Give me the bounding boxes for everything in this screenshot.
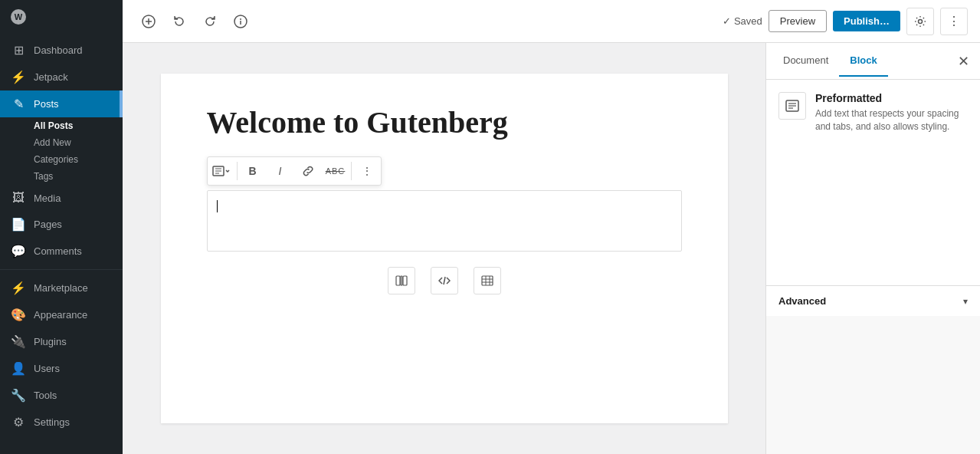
block-info-text: Preformatted Add text that respects your… (815, 92, 968, 133)
insert-table-button[interactable] (474, 267, 501, 294)
panel-tabs: Document Block ✕ (766, 43, 980, 80)
settings-gear-button[interactable] (906, 8, 934, 35)
sidebar-item-label: Jetpack (34, 71, 68, 83)
settings-icon: ⚙ (11, 415, 26, 429)
svg-rect-13 (403, 276, 407, 285)
sidebar: W ⊞ Dashboard ⚡ Jetpack ✎ Posts All Post… (0, 0, 123, 454)
advanced-section-title: Advanced (778, 295, 826, 307)
advanced-section: Advanced ▾ (766, 285, 980, 316)
tools-icon: 🔧 (11, 388, 26, 403)
panel-close-button[interactable]: ✕ (952, 51, 974, 72)
sidebar-item-settings[interactable]: ⚙ Settings (0, 409, 123, 436)
panel-body-empty (766, 316, 980, 454)
sidebar-item-appearance[interactable]: 🎨 Appearance (0, 301, 123, 328)
marketplace-icon: ⚡ (11, 281, 26, 295)
jetpack-icon: ⚡ (11, 70, 26, 84)
svg-rect-15 (482, 276, 493, 285)
advanced-section-header[interactable]: Advanced ▾ (766, 295, 980, 307)
block-toolbar: B I ABC ⋮ (207, 156, 382, 186)
block-type-title: Preformatted (815, 92, 968, 104)
link-button[interactable] (294, 157, 322, 185)
sidebar-item-label: Tools (34, 390, 57, 401)
sidebar-item-posts[interactable]: ✎ Posts (0, 90, 123, 117)
more-icon: ⋮ (948, 14, 960, 28)
sidebar-item-label: Comments (34, 245, 82, 257)
sidebar-nav: ⊞ Dashboard ⚡ Jetpack ✎ Posts All Posts … (0, 37, 123, 436)
sidebar-item-comments[interactable]: 💬 Comments (0, 238, 123, 265)
insert-code-button[interactable] (431, 267, 458, 294)
sidebar-item-label: Plugins (34, 336, 67, 347)
publish-button[interactable]: Publish… (833, 11, 900, 31)
sidebar-item-label: Appearance (34, 309, 87, 321)
sidebar-item-dashboard[interactable]: ⊞ Dashboard (0, 37, 123, 64)
block-text-input[interactable] (207, 190, 682, 252)
editor-toolbar: ✓ Saved Preview Publish… ⋮ (123, 0, 980, 43)
sidebar-item-label: Media (34, 192, 61, 204)
block-type-button[interactable] (208, 157, 235, 185)
more-block-options-button[interactable]: ⋮ (353, 157, 381, 185)
undo-button[interactable] (166, 8, 193, 35)
bold-button[interactable]: B (239, 157, 267, 185)
block-info: Preformatted Add text that respects your… (778, 92, 968, 133)
svg-rect-12 (401, 276, 402, 285)
sidebar-item-label: Settings (34, 416, 70, 428)
italic-button[interactable]: I (267, 157, 294, 185)
chevron-down-icon: ▾ (963, 296, 968, 307)
sidebar-item-users[interactable]: 👤 Users (0, 355, 123, 382)
sidebar-subitem-all-posts[interactable]: All Posts (0, 117, 123, 134)
sidebar-item-label: Marketplace (34, 282, 88, 294)
sidebar-item-tools[interactable]: 🔧 Tools (0, 382, 123, 409)
main-area: ✓ Saved Preview Publish… ⋮ (123, 0, 980, 454)
close-icon: ✕ (958, 53, 969, 70)
redo-button[interactable] (196, 8, 224, 35)
svg-rect-11 (396, 276, 400, 285)
preview-button[interactable]: Preview (769, 10, 827, 32)
post-title[interactable]: Welcome to Gutenberg (207, 104, 682, 141)
dashboard-icon: ⊞ (11, 43, 26, 58)
editor-area[interactable]: Welcome to Gutenberg B I (123, 43, 765, 454)
svg-point-6 (919, 19, 923, 23)
check-icon: ✓ (723, 15, 731, 27)
posts-icon: ✎ (11, 97, 26, 111)
sidebar-item-jetpack[interactable]: ⚡ Jetpack (0, 64, 123, 90)
sidebar-item-label: Users (34, 363, 60, 374)
site-logo[interactable]: W (0, 0, 123, 34)
insert-row (207, 267, 682, 294)
sidebar-item-label: Dashboard (34, 44, 83, 56)
users-icon: 👤 (11, 361, 26, 376)
saved-label: Saved (734, 15, 762, 27)
svg-line-14 (444, 277, 445, 285)
plugins-icon: 🔌 (11, 334, 26, 349)
sidebar-item-plugins[interactable]: 🔌 Plugins (0, 328, 123, 355)
sidebar-subitem-add-new[interactable]: Add New (0, 134, 123, 151)
wp-logo-icon: W (11, 9, 26, 25)
more-options-button[interactable]: ⋮ (940, 8, 968, 35)
media-icon: 🖼 (11, 191, 26, 205)
text-cursor (217, 200, 218, 212)
svg-point-5 (240, 18, 241, 20)
toolbar-right: ✓ Saved Preview Publish… ⋮ (723, 8, 968, 35)
insert-columns-button[interactable] (388, 267, 415, 294)
sidebar-item-marketplace[interactable]: ⚡ Marketplace (0, 275, 123, 301)
toolbar-divider (237, 162, 238, 180)
saved-status: ✓ Saved (723, 15, 762, 27)
sidebar-item-label: Posts (34, 98, 59, 110)
sidebar-subitem-categories[interactable]: Categories (0, 151, 123, 168)
block-type-icon (778, 92, 806, 120)
strikethrough-button[interactable]: ABC (322, 157, 349, 185)
block-type-description: Add text that respects your spacing and … (815, 107, 968, 133)
appearance-icon: 🎨 (11, 308, 26, 322)
tab-block[interactable]: Block (839, 45, 887, 77)
right-panel: Document Block ✕ (765, 43, 980, 454)
tab-document[interactable]: Document (772, 45, 839, 77)
sidebar-item-pages[interactable]: 📄 Pages (0, 211, 123, 238)
sidebar-item-label: Pages (34, 219, 62, 230)
sidebar-subitem-tags[interactable]: Tags (0, 168, 123, 185)
sidebar-item-media[interactable]: 🖼 Media (0, 185, 123, 211)
info-button[interactable] (227, 8, 254, 35)
comments-icon: 💬 (11, 244, 26, 258)
panel-block-content: Preformatted Add text that respects your… (766, 80, 980, 285)
add-block-button[interactable] (135, 8, 162, 35)
editor-content: Welcome to Gutenberg B I (161, 74, 728, 423)
pages-icon: 📄 (11, 217, 26, 232)
